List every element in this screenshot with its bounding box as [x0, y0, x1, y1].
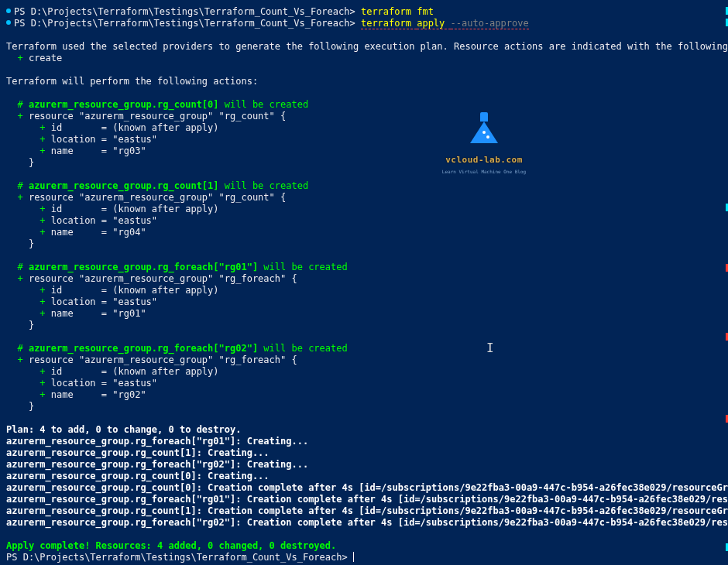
prompt-line-2: PS D:\Projects\Terraform\Testings\Terraf…	[6, 18, 728, 29]
prompt-line-1: PS D:\Projects\Terraform\Testings\Terraf…	[6, 6, 728, 18]
terminal-cursor	[353, 552, 354, 562]
resource-blocks: # azurerm_resource_group.rg_count[0] wil…	[6, 99, 728, 424]
apply-complete: Apply complete! Resources: 4 added, 0 ch…	[6, 540, 728, 552]
intro-line-2: Terraform will perform the following act…	[6, 76, 728, 87]
create-symbol: + create	[6, 53, 728, 64]
intro-line-1: Terraform used the selected providers to…	[6, 41, 728, 53]
prompt-line-3[interactable]: PS D:\Projects\Terraform\Testings\Terraf…	[6, 552, 728, 563]
creation-output: azurerm_resource_group.rg_foreach["rg01"…	[6, 436, 728, 529]
plan-summary: Plan: 4 to add, 0 to change, 0 to destro…	[6, 424, 728, 436]
